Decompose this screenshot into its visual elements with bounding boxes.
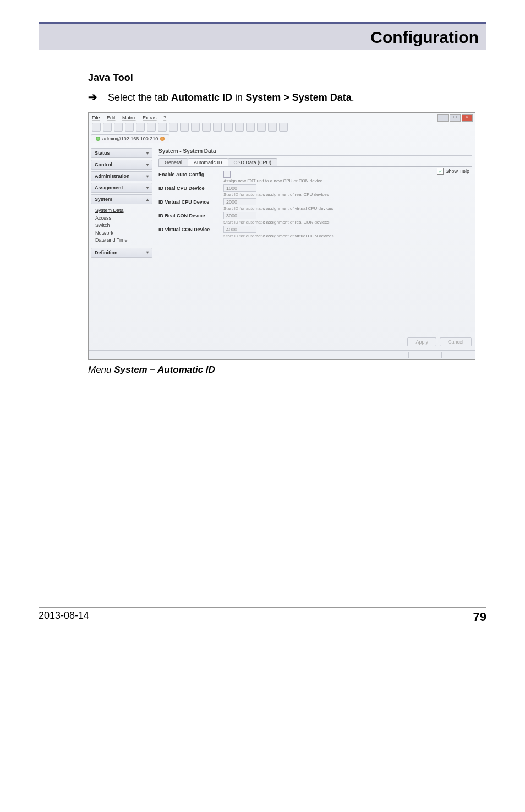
input-id-real-con[interactable]: 3000	[223, 212, 256, 219]
input-id-virtual-con[interactable]: 4000	[223, 226, 256, 233]
label-id-real-cpu: ID Real CPU Device	[158, 186, 219, 191]
connection-tab-row: admin@192.168.100.210	[89, 134, 475, 143]
toolbar-button[interactable]	[92, 123, 101, 132]
sidebar-system-items: System Data Access Switch Network Date a…	[91, 206, 152, 248]
cancel-button[interactable]: Cancel	[440, 337, 472, 346]
sidebar-section-assignment[interactable]: Assignment▾	[91, 183, 152, 193]
window-controls: − □ ×	[438, 114, 473, 122]
instruction-step: ➔ Select the tab Automatic ID in System …	[88, 90, 475, 103]
content-pane: System - System Data General Automatic I…	[155, 146, 475, 359]
enable-auto-checkbox[interactable]	[223, 171, 231, 178]
toolbar-button[interactable]	[224, 123, 233, 132]
menu-edit[interactable]: Edit	[107, 115, 116, 121]
sidebar-item-switch[interactable]: Switch	[95, 222, 151, 230]
minimize-button[interactable]: −	[438, 114, 449, 122]
close-button[interactable]: ×	[462, 114, 473, 122]
sidebar-section-definition[interactable]: Definition▾	[91, 248, 152, 258]
sidebar: Status▾ Control▾ Administration▾ Assignm…	[89, 146, 155, 359]
app-screenshot: − □ × File Edit Matrix Extras ?	[88, 112, 475, 360]
tab-automatic-id[interactable]: Automatic ID	[188, 158, 228, 166]
sidebar-item-network[interactable]: Network	[95, 230, 151, 237]
checkbox-icon[interactable]: ✓	[437, 168, 444, 175]
apply-button[interactable]: Apply	[407, 337, 436, 346]
hint-id-virtual-cpu: Start ID for automatic assignment of vir…	[223, 206, 472, 211]
toolbar-button[interactable]	[147, 123, 156, 132]
toolbar-button[interactable]	[180, 123, 189, 132]
status-dot-icon	[96, 137, 100, 141]
status-bar	[89, 350, 475, 359]
menu-file[interactable]: File	[92, 115, 100, 121]
sidebar-item-date-time[interactable]: Date and Time	[95, 237, 151, 244]
toolbar-button[interactable]	[114, 123, 123, 132]
hint-id-real-con: Start ID for automatic assignment of rea…	[223, 220, 472, 225]
toolbar-button[interactable]	[279, 123, 288, 132]
status-separator	[441, 352, 442, 358]
toolbar-button[interactable]	[202, 123, 211, 132]
input-id-real-cpu[interactable]: 1000	[223, 184, 256, 192]
status-separator	[408, 352, 409, 358]
toolbar-button[interactable]	[191, 123, 200, 132]
label-id-real-con: ID Real CON Device	[158, 213, 219, 219]
sidebar-item-system-data[interactable]: System Data	[95, 207, 151, 215]
show-help-toggle[interactable]: ✓ Show Help	[437, 168, 469, 175]
label-enable-auto: Enable Auto Config	[158, 172, 219, 177]
hint-id-real-cpu: Start ID for automatic assignment of rea…	[223, 192, 472, 197]
sidebar-section-administration[interactable]: Administration▾	[91, 171, 152, 181]
action-buttons: Apply Cancel	[407, 337, 472, 346]
chevron-down-icon: ▾	[146, 186, 149, 190]
page-header-title: Configuration	[370, 28, 479, 46]
input-id-virtual-cpu[interactable]: 2000	[223, 198, 256, 205]
chevron-up-icon: ▴	[146, 197, 149, 202]
page-header: Configuration	[39, 22, 486, 50]
connection-tab[interactable]: admin@192.168.100.210	[91, 134, 169, 143]
label-id-virtual-con: ID Virtual CON Device	[158, 227, 219, 232]
toolbar-button[interactable]	[125, 123, 134, 132]
menu-extras[interactable]: Extras	[143, 115, 157, 121]
hint-id-virtual-con: Start ID for automatic assignment of vir…	[223, 233, 472, 238]
sidebar-section-status[interactable]: Status▾	[91, 148, 152, 158]
sidebar-section-system[interactable]: System▴	[91, 194, 152, 204]
chevron-down-icon: ▾	[146, 162, 149, 167]
section-subhead: Java Tool	[88, 72, 475, 84]
arrow-icon: ➔	[88, 91, 97, 103]
chevron-down-icon: ▾	[146, 250, 149, 255]
tab-general[interactable]: General	[158, 158, 188, 166]
refresh-icon[interactable]	[160, 137, 165, 141]
connection-label: admin@192.168.100.210	[102, 136, 158, 141]
toolbar-button[interactable]	[257, 123, 266, 132]
tab-osd-data-cpu[interactable]: OSD Data (CPU)	[228, 158, 278, 166]
hint-enable-auto: Assign new EXT unit to a new CPU or CON …	[223, 178, 472, 183]
toolbar-button[interactable]	[136, 123, 145, 132]
toolbar-button[interactable]	[268, 123, 277, 132]
toolbar-button[interactable]	[213, 123, 222, 132]
toolbar-button[interactable]	[103, 123, 112, 132]
sidebar-section-control[interactable]: Control▾	[91, 160, 152, 170]
chevron-down-icon: ▾	[146, 151, 149, 156]
tab-pane: ✓ Show Help Enable Auto Config Assign ne…	[158, 166, 472, 238]
sidebar-item-access[interactable]: Access	[95, 215, 151, 222]
content-tabs: General Automatic ID OSD Data (CPU)	[158, 158, 472, 166]
content-title: System - System Data	[158, 148, 472, 154]
maximize-button[interactable]: □	[450, 114, 461, 122]
toolbar-button[interactable]	[235, 123, 244, 132]
page-footer: 2013-08-14 79	[39, 607, 486, 624]
footer-date: 2013-08-14	[39, 610, 89, 624]
show-help-label: Show Help	[445, 168, 469, 174]
menu-help[interactable]: ?	[163, 115, 166, 121]
label-id-virtual-cpu: ID Virtual CPU Device	[158, 199, 219, 205]
tool-bar	[89, 122, 475, 134]
figure-caption: Menu System – Automatic ID	[88, 364, 475, 375]
toolbar-button[interactable]	[246, 123, 255, 132]
chevron-down-icon: ▾	[146, 174, 149, 179]
footer-page-number: 79	[473, 610, 486, 624]
toolbar-button[interactable]	[158, 123, 167, 132]
toolbar-button[interactable]	[169, 123, 178, 132]
menu-matrix[interactable]: Matrix	[122, 115, 136, 121]
menu-bar: File Edit Matrix Extras ?	[89, 113, 475, 122]
